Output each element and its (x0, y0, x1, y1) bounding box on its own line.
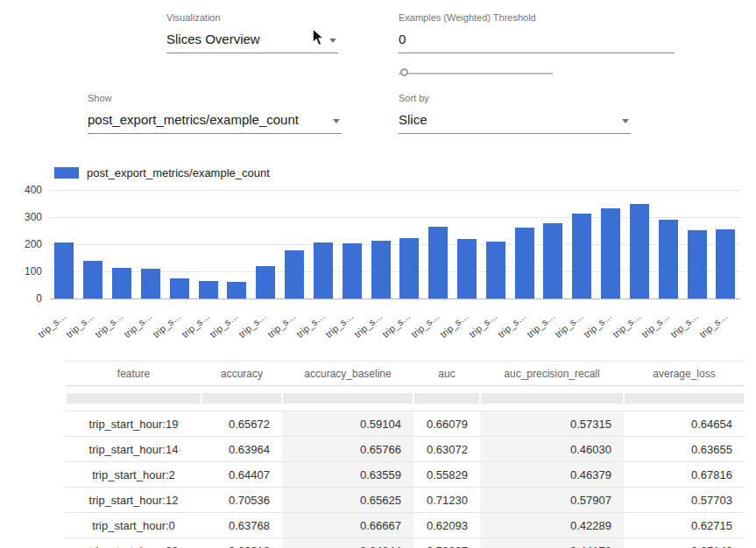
feature-cell: trip_start_hour:14 (66, 437, 201, 462)
bar-slot (597, 208, 625, 299)
metric-cell: 0.63655 (624, 437, 745, 462)
metric-cell: 0.63559 (282, 462, 413, 488)
threshold-value: 0 (399, 32, 406, 46)
bar-slot (165, 278, 194, 299)
bar[interactable] (112, 268, 131, 299)
metric-cell: 0.66667 (282, 513, 413, 538)
bar[interactable] (716, 229, 735, 299)
visualization-label: Visualization (166, 12, 338, 23)
bar-slot (108, 268, 137, 299)
visualization-field: Visualization Slices Overview (166, 12, 338, 53)
table-header: featureaccuracyaccuracy_baselineaucauc_p… (66, 362, 745, 386)
bar-slot (366, 241, 395, 299)
sort-by-value: Slice (399, 112, 427, 127)
y-tick-label: 100 (25, 265, 42, 278)
slider-track[interactable] (399, 73, 553, 74)
bar[interactable] (141, 269, 160, 299)
bar[interactable] (314, 242, 333, 299)
show-field: Show post_export_metrics/example_count (88, 93, 342, 134)
column-header[interactable]: average_loss (624, 362, 745, 386)
bar[interactable] (515, 228, 534, 299)
legend-label: post_export_metrics/example_count (87, 166, 270, 179)
bar-slot (79, 261, 108, 299)
column-filter-input[interactable] (283, 393, 413, 404)
table-row[interactable]: trip_start_hour:190.656720.591040.660790… (66, 411, 745, 437)
bar[interactable] (83, 261, 102, 299)
y-axis-labels: 0100200300400 (0, 190, 42, 299)
bar-slot (280, 250, 309, 299)
column-filter-input[interactable] (481, 393, 623, 404)
metric-cell: 0.62093 (413, 513, 480, 538)
bar[interactable] (688, 230, 707, 299)
bar[interactable] (256, 266, 275, 299)
column-header[interactable]: accuracy (201, 362, 282, 386)
bar[interactable] (399, 238, 419, 299)
column-header[interactable]: auc_precision_recall (480, 362, 624, 386)
show-label: Show (88, 93, 342, 103)
bar[interactable] (572, 214, 591, 299)
feature-cell: trip_start_hour:12 (66, 488, 201, 513)
column-header[interactable]: feature (66, 362, 201, 386)
bar[interactable] (199, 281, 218, 299)
sort-by-field: Sort by Slice (399, 93, 631, 134)
bar-slot (654, 220, 682, 299)
metric-cell: 0.71230 (413, 488, 480, 513)
bar[interactable] (285, 250, 304, 299)
threshold-label: Examples (Weighted) Threshold (399, 12, 675, 23)
bar[interactable] (428, 227, 448, 299)
table-row[interactable]: trip_start_hour:120.705360.656250.712300… (66, 488, 745, 513)
y-tick-label: 200 (25, 238, 42, 250)
slider-thumb[interactable] (400, 68, 408, 76)
metric-cell: 0.65766 (282, 437, 413, 462)
chevron-down-icon (333, 119, 340, 123)
bar-slot (481, 242, 510, 299)
bar[interactable] (601, 208, 620, 299)
metric-cell: 0.65142 (624, 538, 745, 548)
bar[interactable] (486, 242, 505, 299)
column-filter-input[interactable] (625, 393, 744, 404)
metric-cell: 0.65625 (282, 488, 413, 513)
show-dropdown[interactable]: post_export_metrics/example_count (88, 109, 342, 134)
column-filter-input[interactable] (67, 393, 201, 404)
table-row[interactable]: trip_start_hour:00.637680.666670.620930.… (66, 513, 745, 538)
metric-cell: 0.46379 (480, 462, 624, 488)
visualization-dropdown[interactable]: Slices Overview (166, 29, 338, 53)
bar[interactable] (457, 239, 477, 299)
column-filter-input[interactable] (414, 393, 479, 404)
bar[interactable] (371, 241, 391, 299)
bar-slot (539, 223, 568, 299)
bar-plot (50, 190, 740, 299)
sort-by-dropdown[interactable]: Slice (399, 109, 631, 134)
table-row[interactable]: trip_start_hour:140.639640.657660.630720… (66, 437, 745, 462)
bar[interactable] (343, 243, 362, 299)
table-row[interactable]: trip_start_hour:230.660160.648440.583370… (66, 538, 745, 548)
threshold-slider[interactable] (399, 67, 553, 80)
table-body: trip_start_hour:190.656720.591040.660790… (66, 386, 745, 548)
table-row[interactable]: trip_start_hour:20.644070.635590.558290.… (66, 462, 745, 488)
column-header[interactable]: auc (413, 362, 480, 386)
threshold-input[interactable]: 0 (399, 29, 675, 53)
bar[interactable] (659, 220, 678, 299)
metric-cell: 0.57703 (624, 488, 745, 513)
bar-slot (50, 242, 79, 299)
show-value: post_export_metrics/example_count (88, 112, 299, 127)
column-filter-input[interactable] (202, 393, 281, 404)
bar[interactable] (227, 282, 246, 299)
bar-slot (682, 230, 711, 299)
metric-cell: 0.62715 (624, 513, 745, 538)
bar[interactable] (630, 204, 649, 299)
filter-cell (201, 386, 282, 411)
feature-cell: trip_start_hour:19 (66, 411, 201, 437)
chevron-down-icon (329, 39, 336, 43)
metric-cell: 0.67816 (624, 462, 745, 488)
bar[interactable] (54, 242, 74, 299)
filter-cell (66, 386, 201, 411)
bar[interactable] (170, 278, 189, 299)
bar[interactable] (543, 223, 562, 299)
bar-slot (625, 204, 654, 299)
bar-slot (251, 266, 280, 299)
metric-cell: 0.46030 (480, 437, 624, 462)
bar-slot (424, 227, 453, 299)
chevron-down-icon (622, 119, 629, 123)
column-header[interactable]: accuracy_baseline (282, 362, 413, 386)
